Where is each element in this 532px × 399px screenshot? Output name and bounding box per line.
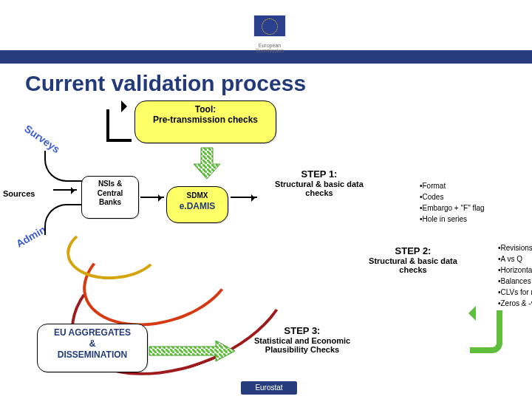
eu-flag-icon bbox=[253, 15, 286, 37]
euagg-l1: EU AGGREGATES bbox=[38, 327, 147, 338]
step1-bullets: Format Codes Embargo + "F" flag Hole in … bbox=[390, 180, 532, 225]
bullet: Embargo + "F" flag bbox=[420, 202, 532, 214]
org-line1: European bbox=[259, 43, 281, 48]
admin-label: Admin bbox=[14, 223, 48, 250]
edamis-label: e.DAMIS bbox=[167, 201, 228, 214]
striped-down-arrow-icon bbox=[194, 146, 220, 180]
sources-arrow-icon bbox=[53, 189, 77, 191]
bullet: Codes bbox=[420, 191, 532, 202]
bullet: Horizontal checks bbox=[498, 265, 532, 276]
page-title: Current validation process bbox=[25, 71, 306, 96]
nsi-l2: Central bbox=[82, 189, 138, 199]
bullet: Format bbox=[420, 180, 532, 191]
step2-bullets: Revisions A vs Q Horizontal checks Balan… bbox=[468, 242, 532, 309]
tool-card: Tool: Pre-transmission checks bbox=[134, 100, 276, 143]
striped-right-arrow-icon bbox=[148, 340, 236, 362]
bullet: Hole in series bbox=[420, 214, 532, 225]
org-line2: Commission bbox=[256, 48, 284, 53]
nsi-card: NSIs & Central Banks bbox=[81, 176, 139, 219]
step2-block: STEP 2: Structural & basic data checks bbox=[358, 245, 468, 274]
footer-badge: Eurostat bbox=[241, 381, 297, 395]
edamis-card: SDMX e.DAMIS bbox=[166, 186, 228, 223]
edamis-to-step1-arrow-icon bbox=[231, 197, 257, 198]
euagg-l3: DISSEMINATION bbox=[38, 349, 147, 361]
sdmx-label: SDMX bbox=[167, 188, 228, 200]
nsi-l3: Banks bbox=[82, 198, 138, 208]
return-arrow-icon bbox=[106, 109, 132, 142]
bullet: CLVs for ref year bbox=[498, 287, 532, 298]
bullet: Balances bbox=[498, 276, 532, 287]
tool-body: Pre-transmission checks bbox=[135, 115, 276, 128]
step2-title: STEP 2: bbox=[358, 245, 468, 256]
step3-sub: Statistical and Economic Plausibility Ch… bbox=[239, 336, 365, 354]
ec-logo: EuropeanCommission bbox=[248, 15, 292, 54]
step1-sub: Structural & basic data checks bbox=[260, 180, 378, 197]
step1-block: STEP 1: Structural & basic data checks bbox=[260, 168, 378, 197]
bullet: Revisions bbox=[498, 242, 532, 253]
step1-title: STEP 1: bbox=[260, 168, 378, 180]
bullet: Zeros & -ve values bbox=[498, 298, 532, 309]
step2-sub: Structural & basic data checks bbox=[358, 256, 468, 274]
green-hook-arrow-icon bbox=[470, 310, 502, 353]
bullet: A vs Q bbox=[498, 253, 532, 265]
sources-label: Sources bbox=[3, 189, 35, 198]
slide-canvas: EuropeanCommission Current validation pr… bbox=[0, 0, 532, 399]
nsi-to-edamis-arrow-icon bbox=[140, 197, 164, 198]
eu-aggregates-card: EU AGGREGATES & DISSEMINATION bbox=[37, 324, 148, 372]
euagg-l2: & bbox=[38, 338, 147, 349]
nsi-l1: NSIs & bbox=[82, 180, 138, 189]
tool-label: Tool: bbox=[135, 101, 276, 115]
